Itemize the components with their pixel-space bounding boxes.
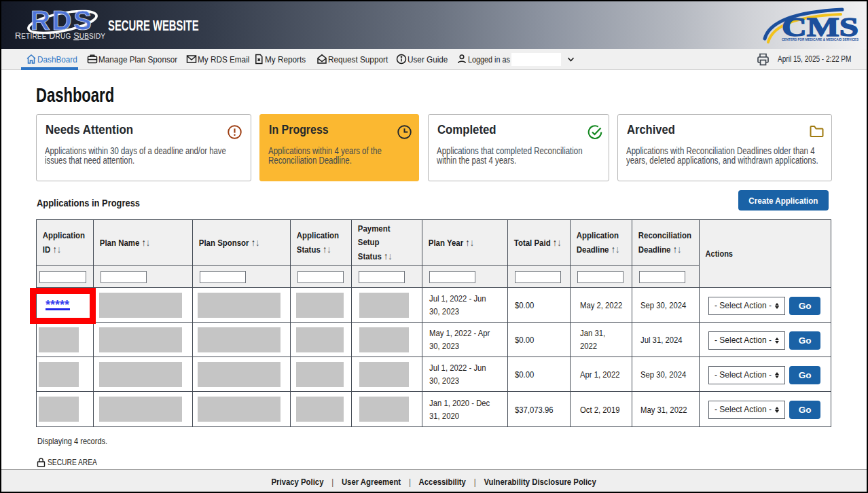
svg-text:RETIREE DRUG SUBSIDY: RETIREE DRUG SUBSIDY (15, 31, 105, 41)
svg-text:CENTERS FOR MEDICARE & MEDICAI: CENTERS FOR MEDICARE & MEDICAID SERVICES (782, 37, 858, 41)
svg-text:RDS: RDS (31, 5, 92, 35)
